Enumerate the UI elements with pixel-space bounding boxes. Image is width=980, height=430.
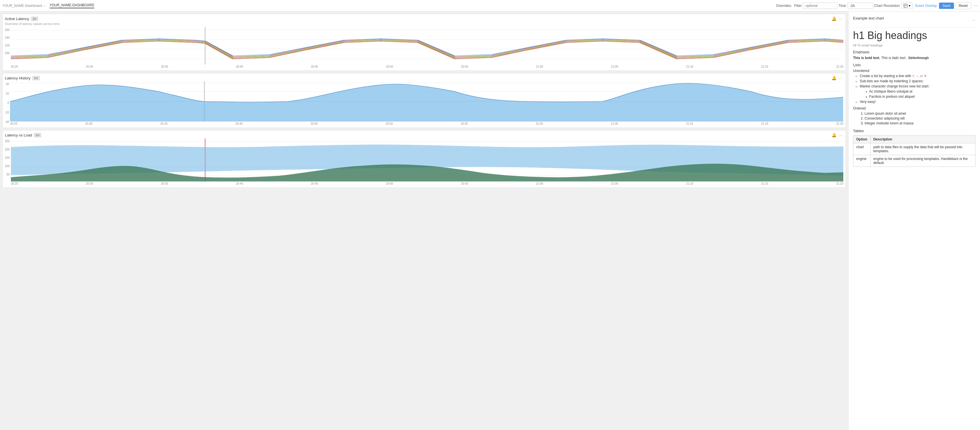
tab-active[interactable]: YOUR_NAME-DASHBOARD — [49, 3, 94, 8]
overrides-label: Overrides: — [776, 4, 792, 8]
rp-emphasis-label: Emphasis — [853, 50, 975, 54]
chart-resolution-button[interactable]: ▾ — [901, 3, 913, 9]
chart2-y-m40: -40 — [5, 120, 9, 124]
x-label: 21:05 — [611, 65, 618, 68]
list-item-4-text: Very easy! — [860, 100, 876, 104]
x-label: 20:40 — [235, 122, 243, 125]
table-cell-chart: chart — [853, 143, 870, 155]
rp-h1: h1 Big headings — [853, 30, 975, 41]
chart2-x-axis: 20:25 20:30 20:35 20:40 20:45 20:50 20:5… — [10, 121, 843, 125]
table-header-description: Description — [870, 135, 975, 143]
chart2-header: Latency History 1m 🔔 ··· — [5, 76, 843, 80]
bullet-icon: ▪ — [865, 95, 867, 99]
table-header-option: Option — [853, 135, 870, 143]
x-label: 20:50 — [386, 65, 393, 68]
chart3-y-250: 250 — [5, 140, 10, 143]
chart1-svg — [11, 27, 843, 65]
table-cell-engine-desc: engine to be used for processing templat… — [870, 155, 975, 167]
bullet-icon: ○ — [855, 100, 858, 104]
x-label: 20:55 — [461, 182, 468, 185]
table-cell-engine: engine — [853, 155, 870, 167]
x-label: 20:45 — [311, 182, 318, 185]
x-label: 21:05 — [611, 182, 618, 185]
table-cell-chart-desc: path to data files to supply the data th… — [870, 143, 975, 155]
chart2-area: 40 20 0 -20 -40 — [5, 81, 843, 125]
chart1-y-axis: 260 240 220 200 — [5, 27, 10, 68]
chart1-more-icon[interactable]: ··· — [838, 16, 843, 21]
list-item-3: ○ Marker character change forces new lis… — [855, 84, 975, 89]
rp-title: Example text chart — [853, 16, 884, 20]
time-label: Time — [838, 4, 846, 8]
chart3-header: Latency vs Load 1m 🔔 ··· — [5, 133, 843, 137]
reset-button[interactable]: Reset — [955, 2, 971, 9]
chart3-title: Latency vs Load — [5, 133, 32, 137]
x-label: 20:50 — [386, 122, 393, 125]
chart-res-icon — [904, 4, 907, 8]
svg-rect-0 — [904, 4, 907, 8]
x-label: 20:35 — [161, 65, 168, 68]
bullet-icon: ○ — [855, 80, 858, 83]
x-label: 20:45 — [310, 122, 318, 125]
x-label: 20:35 — [161, 182, 168, 185]
topbar-more-icon[interactable]: ⋯ — [974, 3, 978, 8]
rp-strikethrough-text: Strikethrough — [908, 56, 929, 60]
ordered-item-3: Integer molestie lorem at massa — [864, 121, 975, 125]
chart3-alert-icon[interactable]: 🔔 — [830, 133, 838, 137]
x-label: 20:40 — [236, 65, 243, 68]
chart3-more-icon[interactable]: ··· — [838, 133, 843, 137]
list-subitem-1-text: Ac tristique libero volutpat at — [869, 89, 912, 94]
chart1-alert-icon[interactable]: 🔔 — [830, 16, 838, 21]
chart2-y-axis: 40 20 0 -20 -40 — [5, 81, 9, 125]
list-item-1: ○ Create a list by starting a line with … — [855, 74, 975, 78]
x-label: 21:00 — [536, 122, 543, 125]
x-label: 21:00 — [536, 182, 543, 185]
x-label: 20:45 — [311, 65, 318, 68]
chart2-y-40: 40 — [6, 83, 9, 86]
rp-more-icon[interactable]: ··· — [972, 18, 975, 22]
list-item-2-text: Sub-lists are made by indenting 2 spaces… — [860, 79, 924, 83]
tab-inactive[interactable]: YOUR_NAME-Dashboard — [2, 4, 42, 8]
chart2-svg-wrapper: 20:25 20:30 20:35 20:40 20:45 20:50 20:5… — [10, 81, 843, 125]
chart-res-label: Chart Resolution — [874, 4, 900, 8]
tab-more-icon[interactable]: ··· — [43, 4, 46, 8]
x-label: 21:10 — [686, 182, 693, 185]
list-item-3-text: Marker character change forces new list … — [860, 84, 929, 88]
x-label: 21:05 — [611, 122, 618, 125]
x-label: 21:20 — [836, 65, 843, 68]
latency-history-card: Latency History 1m 🔔 ··· 40 20 0 -20 -40 — [2, 73, 846, 128]
x-label: 20:30 — [86, 182, 93, 185]
rp-header: Example text chart ··· — [853, 16, 975, 24]
filter-label: Filter — [794, 4, 802, 8]
save-button[interactable]: Save — [939, 3, 954, 9]
chart2-more-icon[interactable]: ··· — [838, 76, 843, 80]
chart1-title: Active Latency — [5, 17, 29, 21]
chart3-y-200: 200 — [5, 148, 10, 151]
rp-table: Option Description chart path to data fi… — [853, 135, 975, 167]
x-label: 20:35 — [161, 122, 168, 125]
x-label: 20:55 — [461, 122, 468, 125]
chart1-x-axis: 20:25 20:30 20:35 20:40 20:45 20:50 20:5… — [11, 65, 843, 68]
x-label: 21:10 — [686, 122, 693, 125]
list-markers: + — [912, 74, 914, 78]
list-subitem-2-text: Facilisis in pretium nisl aliquet — [869, 95, 915, 99]
rp-lists-label: Lists — [853, 63, 975, 67]
chart2-title: Latency History — [5, 76, 31, 80]
rp-h6: h6 To small headings — [853, 44, 975, 47]
chart1-y-220: 220 — [5, 44, 10, 47]
left-panel: Active Latency 1m 🔔 ··· Overview of late… — [0, 11, 848, 430]
chart2-y-m20: -20 — [5, 111, 9, 114]
x-label: 20:50 — [386, 182, 393, 185]
x-label: 21:15 — [761, 122, 768, 125]
x-label: 21:20 — [836, 182, 843, 185]
event-overlay-button[interactable]: Event Overlay — [915, 4, 937, 8]
time-input[interactable] — [847, 3, 873, 9]
rp-tables-label: Tables — [853, 129, 975, 133]
filter-input[interactable] — [803, 3, 837, 9]
chart3-y-50: 50 — [6, 173, 10, 176]
list-item-4: ○ Very easy! — [855, 100, 975, 104]
rp-emphasis-text: This is bold text, This is italic text ,… — [853, 56, 975, 60]
chart2-alert-icon[interactable]: 🔔 — [830, 76, 838, 80]
x-label: 21:15 — [761, 182, 768, 185]
x-label: 20:25 — [11, 65, 18, 68]
chart3-y-150: 150 — [5, 156, 10, 159]
